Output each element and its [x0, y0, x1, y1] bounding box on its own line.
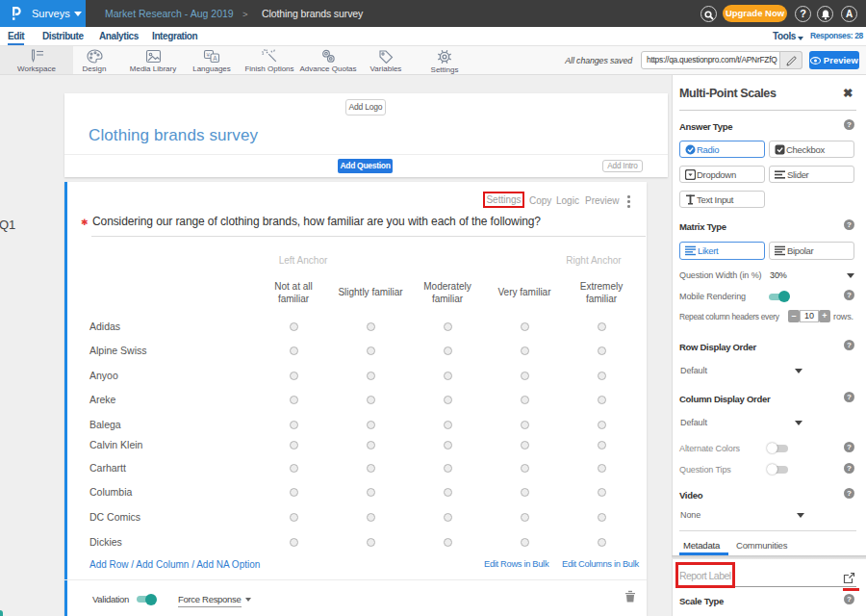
svg-text:¥: ¥ — [206, 52, 210, 58]
svg-text:A: A — [213, 55, 217, 62]
